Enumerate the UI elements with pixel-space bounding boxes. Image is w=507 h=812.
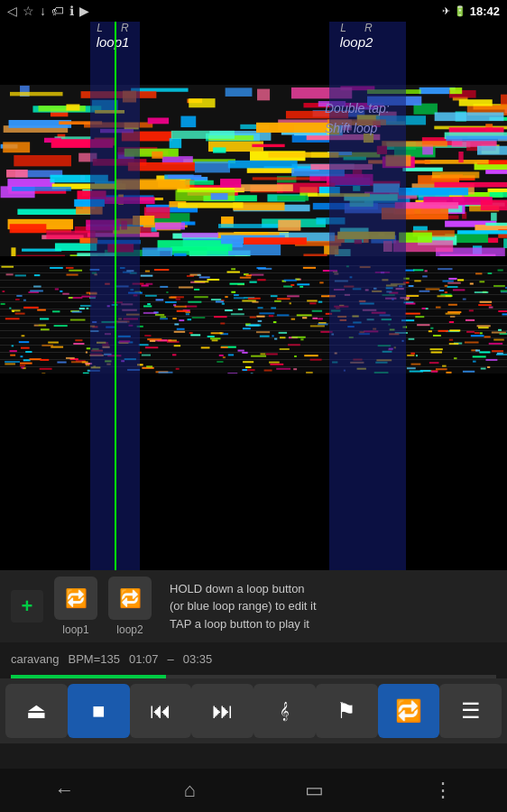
loop1-marker: L R loop1 xyxy=(77,22,149,50)
download-icon[interactable]: ↓ xyxy=(40,4,46,18)
song-name: caravang xyxy=(11,652,59,666)
loop2-marker: L R loop2 xyxy=(320,22,392,50)
hint-line1: HOLD down a loop button xyxy=(170,580,496,598)
battery-icon: 🔋 xyxy=(454,5,466,17)
flag-icon: ⚑ xyxy=(336,698,356,724)
fast-forward-button[interactable]: ⏭ xyxy=(191,684,254,738)
loop2-button-label: loop2 xyxy=(116,623,143,636)
loop2-button-icon: 🔁 xyxy=(108,577,152,620)
loop2-l-label: L xyxy=(340,22,346,34)
add-loop-button[interactable]: + xyxy=(11,590,43,623)
loop2-r-label: R xyxy=(364,22,373,34)
loop1-r-label: R xyxy=(121,22,129,34)
time-start: 01:07 xyxy=(129,652,159,666)
fast-forward-icon: ⏭ xyxy=(212,698,234,724)
flag-button[interactable]: ⚑ xyxy=(316,684,378,738)
menu-button[interactable]: ☰ xyxy=(439,684,502,738)
metronome-icon: 𝄞 xyxy=(280,702,290,721)
nav-bar: ← ⌂ ▭ ⋮ xyxy=(0,769,507,812)
time-separator: – xyxy=(167,652,173,666)
tooltip-line2: Shift loop xyxy=(325,118,390,138)
android-home-button[interactable]: ⌂ xyxy=(183,779,195,802)
airplane-icon: ✈ xyxy=(442,5,450,17)
menu-icon: ☰ xyxy=(461,698,481,724)
hint-text: HOLD down a loop button (or blue loop ra… xyxy=(162,580,496,633)
bpm-text: BPM=135 xyxy=(68,652,119,666)
transport-row: ⏏ ■ ⏮ ⏭ 𝄞 ⚑ 🔁 ☰ xyxy=(0,678,507,743)
loop1-button-icon: 🔁 xyxy=(54,577,97,620)
android-more-button[interactable]: ⋮ xyxy=(433,779,453,802)
android-back-button[interactable]: ← xyxy=(54,779,74,802)
android-recent-button[interactable]: ▭ xyxy=(305,779,324,802)
hint-line3: TAP a loop button to play it xyxy=(170,615,496,633)
top-toolbar: ◁ ☆ ↓ 🏷 ℹ ▶ xyxy=(0,0,89,22)
loop1-button[interactable]: 🔁 loop1 xyxy=(54,577,97,636)
playhead xyxy=(115,22,116,570)
hint-line2: (or blue loop range) to edit it xyxy=(170,597,496,615)
star-icon[interactable]: ☆ xyxy=(23,4,34,18)
loop1-name: loop1 xyxy=(97,34,130,50)
metronome-button[interactable]: 𝄞 xyxy=(254,684,316,738)
loop2-name: loop2 xyxy=(340,34,373,50)
tag-icon[interactable]: 🏷 xyxy=(51,4,64,18)
rewind-button[interactable]: ⏮ xyxy=(130,684,192,738)
bottom-panel: + 🔁 loop1 🔁 loop2 HOLD down a loop butto… xyxy=(0,570,507,769)
loop-mode-icon: 🔁 xyxy=(395,698,422,724)
piano-roll xyxy=(0,85,507,256)
stop-icon: ■ xyxy=(92,698,106,724)
back-toolbar-icon[interactable]: ◁ xyxy=(7,4,17,18)
loop-buttons-row: + 🔁 loop1 🔁 loop2 HOLD down a loop butto… xyxy=(0,570,507,642)
loop-mode-button[interactable]: 🔁 xyxy=(378,684,440,738)
eject-button[interactable]: ⏏ xyxy=(5,684,68,738)
loop1-l-label: L xyxy=(97,22,103,34)
loop1-button-label: loop1 xyxy=(62,623,88,636)
main-visualization-area: L R loop1 L R loop2 Double tap: Shift lo… xyxy=(0,22,507,570)
song-info-row: caravang BPM=135 01:07 – 03:35 xyxy=(0,642,507,675)
double-tap-tooltip: Double tap: Shift loop xyxy=(325,98,390,139)
status-time: 18:42 xyxy=(470,5,500,18)
mini-canvas xyxy=(0,265,507,374)
stop-button[interactable]: ■ xyxy=(68,684,130,738)
eject-icon: ⏏ xyxy=(26,698,47,724)
time-end: 03:35 xyxy=(183,652,213,666)
mini-roll xyxy=(0,265,507,374)
info-icon[interactable]: ℹ xyxy=(69,4,74,18)
tooltip-line1: Double tap: xyxy=(325,98,390,118)
video-icon[interactable]: ▶ xyxy=(79,4,89,18)
midi-canvas xyxy=(0,85,507,256)
loop2-button[interactable]: 🔁 loop2 xyxy=(108,577,152,636)
rewind-icon: ⏮ xyxy=(150,698,171,724)
